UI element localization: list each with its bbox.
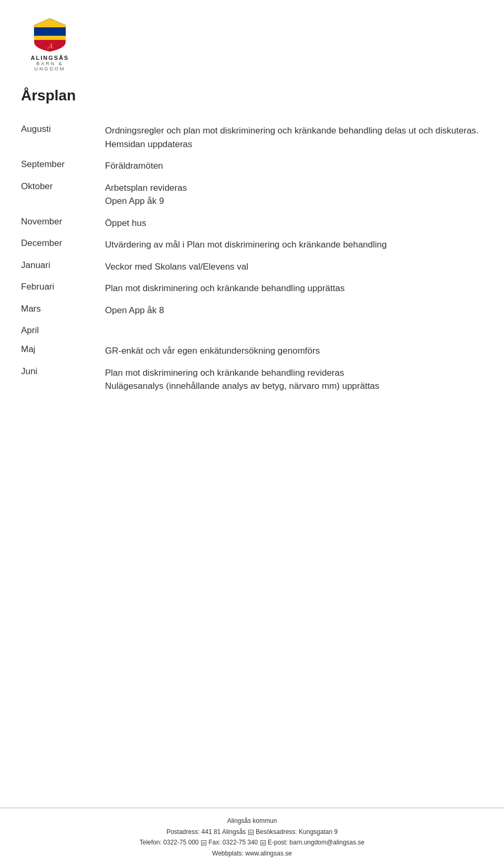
schedule-row: OktoberArbetsplan reviderasOpen App åk 9	[21, 177, 483, 212]
schedule-row: Januari Veckor med Skolans val/Elevens v…	[21, 256, 483, 278]
footer-postadress: Postadress: 441 81 Alingsås	[166, 828, 246, 836]
month-description	[105, 321, 483, 340]
footer-fax: Fax: 0322-75 340	[208, 839, 258, 846]
month-label: November	[21, 212, 105, 234]
month-description: Veckor med Skolans val/Elevens val	[105, 256, 483, 278]
month-description: Plan mot diskriminering och kränkande be…	[105, 277, 483, 300]
content-area: AugustiOrdningsregler och plan mot diskr…	[21, 120, 483, 397]
header: 𝓐 ALINGSÅS BARN & UNGDOM	[21, 16, 483, 71]
month-label: Maj	[21, 340, 105, 362]
month-label: Januari	[21, 256, 105, 278]
footer-line4: Webbplats: www.alingsas.se	[21, 848, 483, 859]
schedule-row: FebruariPlan mot diskriminering och krän…	[21, 277, 483, 300]
logo-icon: 𝓐	[32, 16, 68, 53]
month-description: GR-enkät och vår egen enkätundersökning …	[105, 340, 483, 362]
logo-sub-name: BARN & UNGDOM	[21, 61, 79, 71]
schedule-row: SeptemberFöräldramöten	[21, 155, 483, 177]
month-description: Arbetsplan reviderasOpen App åk 9	[105, 177, 483, 212]
schedule-table: AugustiOrdningsregler och plan mot diskr…	[21, 120, 483, 397]
month-label: Mars	[21, 300, 105, 322]
schedule-row: JuniPlan mot diskriminering och kränkand…	[21, 362, 483, 397]
schedule-row: April	[21, 321, 483, 340]
month-description: Föräldramöten	[105, 155, 483, 177]
footer-telefon: Telefon: 0322-75 000	[140, 839, 199, 846]
page-title: Årsplan	[21, 87, 483, 104]
month-description: Plan mot diskriminering och kränkande be…	[105, 362, 483, 397]
month-label: Februari	[21, 277, 105, 300]
footer-text: Alingsås kommun Postadress: 441 81 Aling…	[21, 816, 483, 859]
footer-besoksadress: Besöksadress: Kungsgatan 9	[256, 828, 338, 836]
month-label: December	[21, 234, 105, 256]
footer-icon-1: ✉	[248, 830, 254, 835]
month-label: Juni	[21, 362, 105, 397]
footer-icon-2: ✉	[201, 840, 206, 846]
month-label: Augusti	[21, 120, 105, 155]
footer-icon-3: ✉	[260, 840, 266, 846]
footer: Alingsås kommun Postadress: 441 81 Aling…	[0, 808, 504, 866]
schedule-row: DecemberUtvärdering av mål i Plan mot di…	[21, 234, 483, 256]
month-label: April	[21, 321, 105, 340]
month-description: Utvärdering av mål i Plan mot diskrimine…	[105, 234, 483, 256]
schedule-row: MarsOpen App åk 8	[21, 300, 483, 322]
schedule-row: AugustiOrdningsregler och plan mot diskr…	[21, 120, 483, 155]
svg-rect-1	[34, 36, 66, 40]
schedule-row: NovemberÖppet hus	[21, 212, 483, 234]
page-wrapper: 𝓐 ALINGSÅS BARN & UNGDOM Årsplan Augusti…	[0, 0, 504, 866]
svg-rect-0	[34, 27, 66, 36]
month-label: Oktober	[21, 177, 105, 212]
footer-email: E-post: barn.ungdom@alingsas.se	[268, 839, 364, 846]
footer-line1: Alingsås kommun	[21, 816, 483, 826]
month-label: September	[21, 155, 105, 177]
month-description: Öppet hus	[105, 212, 483, 234]
schedule-row: MajGR-enkät och vår egen enkätundersökni…	[21, 340, 483, 362]
month-description: Ordningsregler och plan mot diskrimineri…	[105, 120, 483, 155]
svg-text:𝓐: 𝓐	[47, 42, 53, 50]
footer-line2: Postadress: 441 81 Alingsås ✉ Besöksadre…	[21, 827, 483, 837]
logo-org-name: ALINGSÅS	[31, 55, 69, 61]
month-description: Open App åk 8	[105, 300, 483, 322]
logo-area: 𝓐 ALINGSÅS BARN & UNGDOM	[21, 16, 79, 71]
footer-line3: Telefon: 0322-75 000 ✉ Fax: 0322-75 340 …	[21, 837, 483, 848]
